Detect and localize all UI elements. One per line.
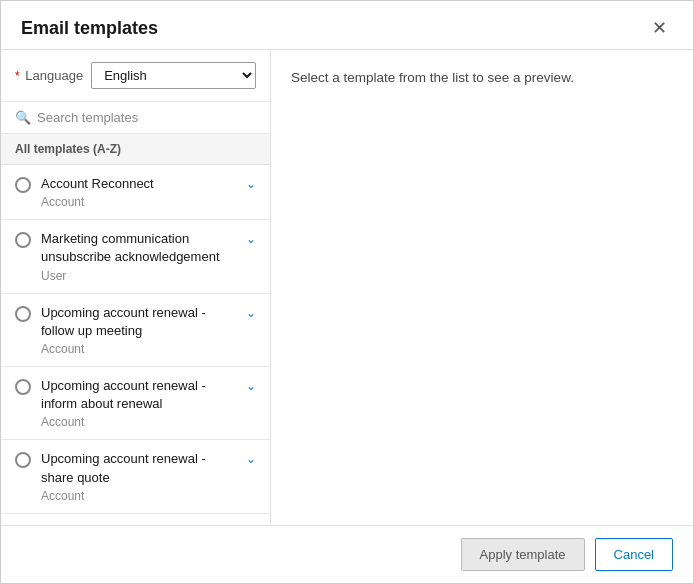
chevron-down-icon[interactable]: ⌄ [246, 306, 256, 320]
language-label: * Language [15, 68, 83, 83]
template-category: Account [41, 195, 236, 209]
list-item[interactable]: Upcoming account renewal - inform about … [1, 367, 270, 440]
dialog-header: Email templates ✕ [1, 1, 693, 50]
language-row: * Language English [1, 50, 270, 102]
dialog-body: * Language English 🔍 All templates (A-Z)… [1, 50, 693, 525]
template-name: Upcoming account renewal - follow up mee… [41, 304, 236, 340]
apply-template-button[interactable]: Apply template [461, 538, 585, 571]
template-info: Upcoming account renewal - follow up mee… [41, 304, 236, 356]
template-info: Upcoming account renewal - share quote A… [41, 450, 236, 502]
template-name: Account Reconnect [41, 175, 236, 193]
template-category: Account [41, 342, 236, 356]
chevron-down-icon[interactable]: ⌄ [246, 452, 256, 466]
close-button[interactable]: ✕ [646, 17, 673, 39]
chevron-down-icon[interactable]: ⌄ [246, 232, 256, 246]
cancel-button[interactable]: Cancel [595, 538, 673, 571]
template-category: User [41, 269, 236, 283]
preview-hint: Select a template from the list to see a… [291, 70, 574, 85]
template-list: Account Reconnect Account ⌄ Marketing co… [1, 165, 270, 525]
radio-button[interactable] [15, 177, 31, 193]
right-panel: Select a template from the list to see a… [271, 50, 693, 525]
template-category: Account [41, 489, 236, 503]
radio-button[interactable] [15, 452, 31, 468]
radio-button[interactable] [15, 379, 31, 395]
radio-button[interactable] [15, 232, 31, 248]
dialog-footer: Apply template Cancel [1, 525, 693, 583]
email-templates-dialog: Email templates ✕ * Language English 🔍 A… [0, 0, 694, 584]
template-name: Upcoming account renewal - share quote [41, 450, 236, 486]
search-icon: 🔍 [15, 110, 31, 125]
dialog-title: Email templates [21, 18, 158, 39]
template-name: Upcoming account renewal - inform about … [41, 377, 236, 413]
list-header: All templates (A-Z) [1, 134, 270, 165]
list-item[interactable]: Upcoming account renewal - follow up mee… [1, 294, 270, 367]
required-star: * [15, 69, 20, 83]
template-info: Upcoming account renewal - inform about … [41, 377, 236, 429]
search-input[interactable] [37, 110, 256, 125]
search-box: 🔍 [1, 102, 270, 134]
list-item[interactable]: Marketing communication unsubscribe ackn… [1, 220, 270, 293]
template-info: Marketing communication unsubscribe ackn… [41, 230, 236, 282]
template-category: Account [41, 415, 236, 429]
list-item[interactable]: Account Reconnect Account ⌄ [1, 165, 270, 220]
language-select[interactable]: English [91, 62, 256, 89]
list-item[interactable]: Upcoming account renewal - share quote A… [1, 440, 270, 513]
chevron-down-icon[interactable]: ⌄ [246, 177, 256, 191]
template-info: Account Reconnect Account [41, 175, 236, 209]
left-panel: * Language English 🔍 All templates (A-Z)… [1, 50, 271, 525]
template-name: Marketing communication unsubscribe ackn… [41, 230, 236, 266]
radio-button[interactable] [15, 306, 31, 322]
chevron-down-icon[interactable]: ⌄ [246, 379, 256, 393]
